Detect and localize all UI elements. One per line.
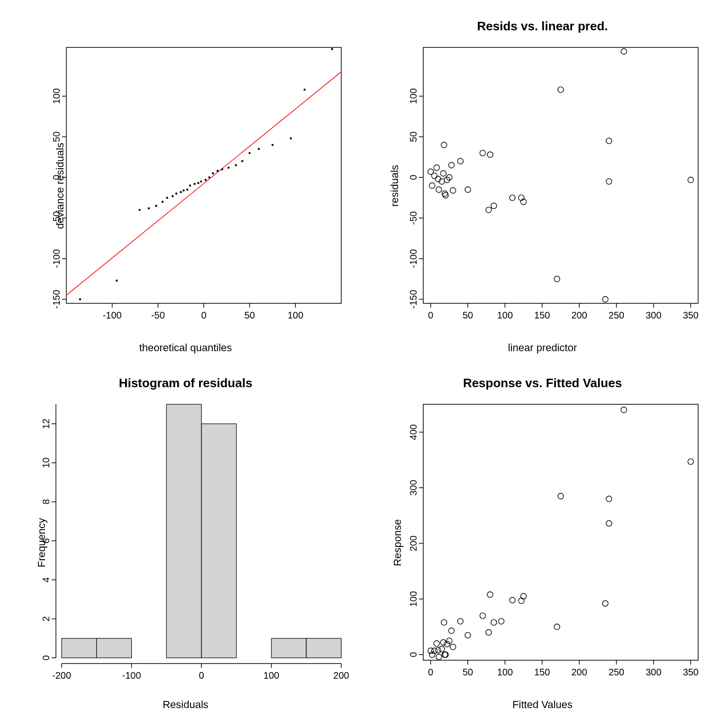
svg-text:-100: -100 xyxy=(122,670,141,681)
svg-point-30 xyxy=(166,197,168,199)
svg-point-188 xyxy=(457,619,463,624)
svg-text:400: 400 xyxy=(408,424,419,440)
svg-point-112 xyxy=(621,49,627,55)
svg-point-179 xyxy=(439,646,445,652)
svg-text:6: 6 xyxy=(41,538,51,544)
svg-point-197 xyxy=(521,593,527,599)
svg-point-194 xyxy=(499,619,504,624)
svg-point-186 xyxy=(449,628,455,634)
svg-text:8: 8 xyxy=(41,499,51,504)
svg-text:100: 100 xyxy=(264,670,279,681)
svg-text:50: 50 xyxy=(463,667,473,677)
svg-point-52 xyxy=(303,89,305,91)
svg-point-180 xyxy=(440,639,446,645)
resids-vs-pred-plot: 050100150200250300350-150-100-50050100 xyxy=(371,14,712,346)
svg-point-104 xyxy=(510,195,515,200)
response-vs-fitted-plot: 0501001502002503003500100200300400 xyxy=(371,371,712,703)
svg-rect-118 xyxy=(272,638,307,658)
svg-rect-146 xyxy=(423,404,698,660)
svg-point-93 xyxy=(443,192,448,198)
svg-text:100: 100 xyxy=(497,310,513,320)
svg-rect-0 xyxy=(66,47,341,303)
svg-text:300: 300 xyxy=(646,667,661,677)
svg-point-107 xyxy=(554,276,560,282)
svg-point-111 xyxy=(606,138,612,144)
svg-point-28 xyxy=(155,205,157,207)
svg-text:350: 350 xyxy=(683,310,699,320)
svg-point-189 xyxy=(465,632,471,638)
svg-rect-119 xyxy=(306,638,341,658)
svg-text:10: 10 xyxy=(41,457,51,468)
svg-point-103 xyxy=(491,203,497,209)
svg-text:50: 50 xyxy=(408,131,419,142)
svg-point-42 xyxy=(212,173,214,174)
svg-rect-115 xyxy=(97,638,132,658)
svg-text:0: 0 xyxy=(51,175,62,180)
svg-point-176 xyxy=(434,641,439,646)
svg-point-94 xyxy=(444,177,450,182)
svg-point-40 xyxy=(205,179,207,181)
svg-text:12: 12 xyxy=(41,419,51,429)
svg-text:0: 0 xyxy=(428,667,433,677)
svg-point-34 xyxy=(182,190,184,191)
svg-point-193 xyxy=(491,619,497,625)
svg-text:0: 0 xyxy=(199,670,204,681)
diagnostics-grid: deviance residuals theoretical quantiles… xyxy=(0,0,728,728)
svg-point-101 xyxy=(486,207,491,213)
svg-text:50: 50 xyxy=(51,131,62,142)
svg-point-35 xyxy=(186,189,188,191)
svg-text:300: 300 xyxy=(646,310,661,320)
svg-point-195 xyxy=(510,597,515,603)
svg-point-25 xyxy=(116,280,118,282)
svg-text:-50: -50 xyxy=(408,211,419,225)
svg-text:200: 200 xyxy=(408,536,419,551)
svg-text:-200: -200 xyxy=(52,670,71,681)
svg-point-177 xyxy=(435,647,441,653)
svg-text:0: 0 xyxy=(408,175,419,180)
svg-text:200: 200 xyxy=(572,310,587,320)
svg-point-37 xyxy=(193,183,195,185)
svg-point-187 xyxy=(450,644,456,650)
svg-text:-50: -50 xyxy=(51,211,62,225)
svg-point-181 xyxy=(441,619,447,625)
svg-point-98 xyxy=(457,158,463,164)
svg-text:2: 2 xyxy=(41,616,51,621)
svg-point-43 xyxy=(217,170,218,172)
svg-point-102 xyxy=(487,152,493,157)
svg-text:-150: -150 xyxy=(51,290,62,309)
svg-point-191 xyxy=(486,629,491,635)
svg-point-109 xyxy=(602,296,608,302)
svg-point-32 xyxy=(175,192,177,194)
svg-point-50 xyxy=(272,144,273,146)
panel-hist: Histogram of residuals Frequency Residua… xyxy=(14,371,357,714)
svg-point-47 xyxy=(241,160,243,162)
svg-point-178 xyxy=(436,654,442,660)
svg-text:0: 0 xyxy=(428,310,433,320)
svg-point-85 xyxy=(432,173,437,179)
svg-rect-116 xyxy=(166,404,201,658)
histogram-plot: -200-1000100200024681012 xyxy=(14,371,355,703)
svg-point-100 xyxy=(480,150,485,156)
svg-point-29 xyxy=(162,201,164,203)
svg-point-88 xyxy=(436,187,442,192)
svg-text:250: 250 xyxy=(609,667,624,677)
svg-point-200 xyxy=(602,601,608,606)
svg-text:0: 0 xyxy=(408,652,419,657)
svg-text:-100: -100 xyxy=(51,249,62,268)
svg-text:150: 150 xyxy=(534,310,550,320)
svg-text:350: 350 xyxy=(683,667,699,677)
svg-point-86 xyxy=(434,165,439,171)
svg-point-84 xyxy=(429,182,435,188)
svg-point-26 xyxy=(138,209,140,211)
svg-point-24 xyxy=(79,298,81,300)
svg-point-39 xyxy=(200,181,202,182)
svg-point-192 xyxy=(487,592,493,597)
svg-point-99 xyxy=(465,187,471,192)
svg-point-91 xyxy=(441,142,447,148)
svg-point-41 xyxy=(208,176,210,178)
svg-text:-100: -100 xyxy=(408,249,419,268)
svg-point-53 xyxy=(331,48,333,50)
svg-text:-100: -100 xyxy=(103,310,122,320)
svg-text:300: 300 xyxy=(408,480,419,495)
svg-text:200: 200 xyxy=(572,667,587,677)
